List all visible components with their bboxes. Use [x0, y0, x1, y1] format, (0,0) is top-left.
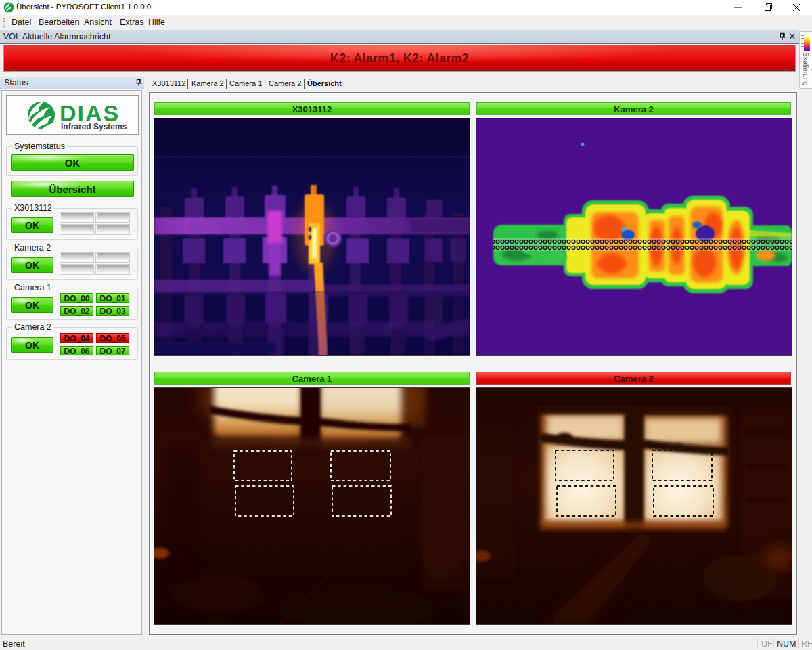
- svg-text:Infrared Systems: Infrared Systems: [61, 122, 127, 131]
